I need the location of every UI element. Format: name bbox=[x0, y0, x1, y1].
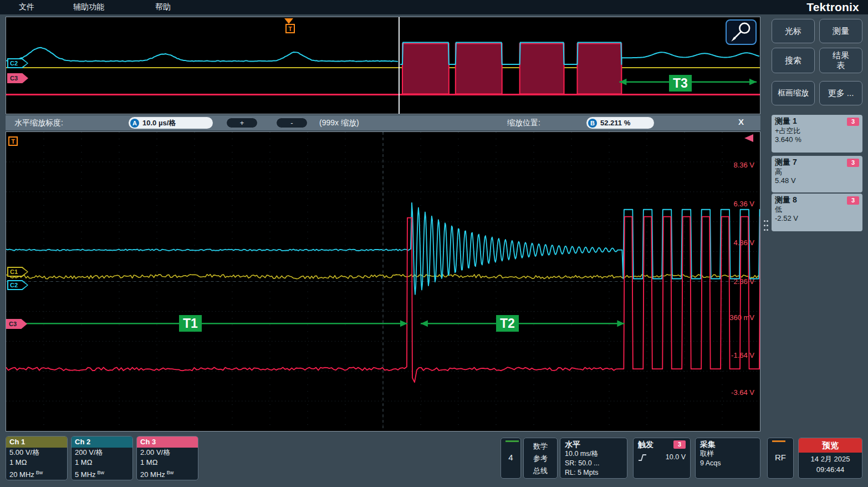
ref-label: 参考 bbox=[524, 453, 557, 465]
bus-label: 总线 bbox=[524, 465, 557, 477]
channel-scale: 2.00 V/格 bbox=[137, 448, 198, 458]
channel-4-color-strip bbox=[506, 440, 519, 442]
rf-button[interactable]: RF bbox=[767, 438, 794, 479]
channel-1-badge[interactable]: Ch 1 5.00 V/格 1 MΩ 20 MHzBw bbox=[6, 436, 68, 480]
channel-4-button[interactable]: 4 bbox=[501, 438, 521, 479]
measurement-name: 高 bbox=[772, 168, 862, 176]
channel-3-marker[interactable]: C3 bbox=[6, 319, 27, 329]
acquisition-count: 9 Acqs bbox=[700, 459, 755, 468]
sidebar-search-button[interactable]: 搜索 bbox=[772, 48, 815, 73]
acquisition-panel[interactable]: 采集 取样 9 Acqs bbox=[695, 438, 760, 479]
channel-1-marker[interactable]: C1 bbox=[7, 267, 28, 277]
t3-annotation-label: T3 bbox=[669, 75, 692, 92]
channel-2-marker[interactable]: C2 bbox=[7, 280, 28, 290]
measurement-badge-8[interactable]: 测量 8 3 低 -2.52 V bbox=[772, 194, 862, 231]
channel-name: Ch 3 bbox=[140, 438, 156, 446]
rf-color-strip bbox=[772, 440, 785, 442]
zoom-close-button[interactable]: X bbox=[738, 117, 744, 126]
math-label: 数学 bbox=[524, 440, 557, 453]
channel-name: Ch 1 bbox=[9, 438, 25, 446]
trigger-panel[interactable]: 触发 3 10.0 V bbox=[633, 438, 691, 479]
measurement-value: 3.640 % bbox=[772, 135, 862, 144]
sidebar-zoom-box-button[interactable]: 框画缩放 bbox=[772, 81, 815, 105]
trigger-title: 触发 bbox=[638, 440, 653, 449]
t1-annotation-label: T1 bbox=[179, 315, 202, 332]
channel-impedance: 1 MΩ bbox=[6, 458, 67, 468]
source-channel-badge: 3 bbox=[847, 118, 859, 126]
channel-3-marker-label: C3 bbox=[9, 321, 17, 327]
zoom-in-button[interactable]: + bbox=[226, 118, 258, 128]
overview-zoom-icon[interactable] bbox=[726, 19, 757, 45]
measurement-title: 测量 1 bbox=[775, 116, 797, 126]
overview-waveform-svg bbox=[6, 17, 760, 114]
trigger-source-badge: 3 bbox=[673, 440, 686, 449]
sidebar-cursors-button[interactable]: 光标 bbox=[772, 19, 815, 43]
rf-label: RF bbox=[768, 438, 793, 477]
preview-button[interactable]: 预览 bbox=[799, 438, 862, 453]
knob-a-icon: A bbox=[130, 119, 139, 128]
sidebar-more-button[interactable]: 更多 ... bbox=[819, 81, 862, 105]
zoom-controls-bar: 水平缩放标度: A 10.0 µs/格 + - (999x 缩放) 缩放位置: … bbox=[6, 115, 760, 130]
sidebar-results-table-button[interactable]: 结果表 bbox=[819, 48, 862, 73]
sample-rate: SR: 50.0 ... bbox=[565, 459, 622, 468]
zoom-factor-label: (999x 缩放) bbox=[319, 118, 359, 128]
panel-drag-handle[interactable] bbox=[764, 220, 765, 222]
channel-4-label: 4 bbox=[501, 438, 520, 477]
horizontal-scale: 10.0 ms/格 bbox=[565, 449, 622, 459]
bandwidth-sub: Bw bbox=[36, 470, 43, 475]
channel-2-marker-overview[interactable]: C2 bbox=[7, 58, 28, 68]
channel-impedance: 1 MΩ bbox=[137, 458, 198, 468]
time-label: 09:46:44 bbox=[799, 464, 862, 475]
channel-1-marker-label: C1 bbox=[10, 268, 18, 275]
menu-help[interactable]: 帮助 bbox=[155, 2, 171, 12]
channel-3-marker-overview[interactable]: C3 bbox=[7, 73, 28, 83]
measurement-value: -2.52 V bbox=[772, 214, 862, 223]
preview-panel[interactable]: 预览 14 2月 2025 09:46:44 bbox=[798, 438, 862, 479]
trigger-flag-overview[interactable]: T bbox=[285, 24, 295, 33]
zoom-scale-label: 水平缩放标度: bbox=[14, 118, 63, 128]
horizontal-panel[interactable]: 水平 10.0 ms/格 SR: 50.0 ... RL: 5 Mpts bbox=[560, 438, 627, 479]
channel-2-badge[interactable]: Ch 2 200 V/格 1 MΩ 5 MHzBw bbox=[71, 436, 133, 480]
results-table-label: 结果表 bbox=[832, 50, 850, 70]
channel-bandwidth: 20 MHzBw bbox=[6, 468, 67, 480]
measurement-name: +占空比 bbox=[772, 126, 862, 135]
bandwidth-sub: Bw bbox=[167, 470, 174, 475]
channel-name: Ch 2 bbox=[75, 438, 90, 446]
trigger-flag-label: T bbox=[288, 26, 292, 32]
main-waveform-display[interactable]: 8.36 V 6.36 V 4.36 V 2.36 V 360 mV -1.64… bbox=[6, 131, 760, 432]
trigger-flag-label: T bbox=[11, 138, 15, 145]
acquisition-mode: 取样 bbox=[700, 449, 755, 459]
waveform-overview-panel[interactable]: C2 C3 T T3 bbox=[6, 17, 760, 114]
zoom-scale-knob[interactable]: A 10.0 µs/格 bbox=[129, 117, 213, 129]
channel-2-marker-label: C2 bbox=[10, 282, 18, 288]
record-length: RL: 5 Mpts bbox=[565, 468, 622, 478]
measurement-badge-1[interactable]: 测量 1 3 +占空比 3.640 % bbox=[772, 115, 862, 153]
trigger-level: 10.0 V bbox=[666, 453, 686, 462]
channel-impedance: 1 MΩ bbox=[72, 458, 132, 468]
magnifier-icon bbox=[727, 21, 755, 44]
oscilloscope-screen: 文件 辅助功能 帮助 Tektronix C2 C3 T T3 水平缩放标 bbox=[0, 0, 868, 487]
knob-b-icon: B bbox=[588, 119, 597, 128]
measurement-title: 测量 8 bbox=[775, 195, 797, 205]
menu-utility[interactable]: 辅助功能 bbox=[73, 2, 104, 12]
channel-2-marker-label: C2 bbox=[10, 60, 18, 67]
measurement-badge-7[interactable]: 测量 7 3 高 5.48 V bbox=[772, 156, 862, 192]
channel-3-badge[interactable]: Ch 3 2.00 V/格 1 MΩ 20 MHzBw bbox=[136, 436, 198, 480]
sidebar-measure-button[interactable]: 测量 bbox=[819, 19, 862, 43]
source-channel-badge: 3 bbox=[847, 159, 859, 167]
zoom-position-knob[interactable]: B 52.211 % bbox=[586, 117, 654, 129]
trigger-position-icon[interactable] bbox=[284, 18, 293, 24]
channel-scale: 5.00 V/格 bbox=[6, 448, 67, 458]
measurement-name: 低 bbox=[772, 205, 862, 214]
menu-file[interactable]: 文件 bbox=[19, 2, 34, 12]
horizontal-title: 水平 bbox=[565, 440, 622, 449]
menu-bar: 文件 辅助功能 帮助 Tektronix bbox=[0, 0, 868, 14]
zoom-out-button[interactable]: - bbox=[276, 118, 308, 128]
source-channel-badge: 3 bbox=[847, 196, 859, 205]
zoom-position-label: 缩放位置: bbox=[507, 118, 540, 128]
trigger-flag-main[interactable]: T bbox=[8, 136, 18, 146]
acquisition-title: 采集 bbox=[700, 440, 755, 449]
math-ref-bus-button[interactable]: 数学 参考 总线 bbox=[523, 438, 558, 479]
zoom-position-value: 52.211 % bbox=[600, 119, 630, 127]
main-waveform-svg bbox=[6, 132, 760, 431]
